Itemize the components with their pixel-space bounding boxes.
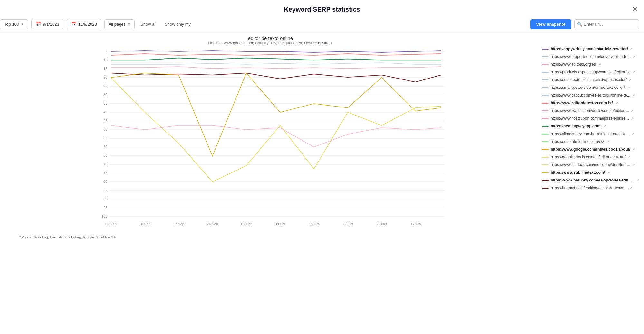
- legend-color-line: [542, 87, 549, 88]
- external-link-icon[interactable]: ↗: [632, 55, 635, 59]
- svg-text:100: 100: [101, 214, 107, 218]
- all-pages-dropdown[interactable]: All pages ▼: [104, 19, 135, 29]
- legend-item[interactable]: https://editorhtmlonline.com/es/↗: [541, 138, 641, 145]
- legend-item[interactable]: https://editortexto.onlinegratis.tv/proc…: [541, 76, 641, 84]
- legend-url-label: https://smallseotools.com/online-text-ed…: [551, 85, 625, 90]
- top-100-dropdown[interactable]: Top 100 ▼: [0, 19, 28, 29]
- external-link-icon[interactable]: ↗: [627, 86, 630, 90]
- legend-url-label: https://www.prepostseo.com/tool/es/onlin…: [551, 54, 630, 59]
- svg-text:75: 75: [103, 171, 107, 175]
- date-from-picker[interactable]: 📅 9/1/2023: [31, 19, 63, 29]
- legend-url-label: https://www.hostcupon.com/mejores-editor…: [551, 116, 629, 121]
- legend-url-label: https://products.aspose.app/words/es/edi…: [551, 70, 630, 74]
- legend-url-label: https://goonlinetools.com/es/editor-de-t…: [551, 155, 626, 159]
- svg-text:45: 45: [103, 119, 107, 123]
- legend-url-label: https://www.capcut.com/es-es/tools/onlin…: [551, 93, 630, 97]
- external-link-icon[interactable]: ↗: [632, 70, 635, 74]
- legend-url-label: https://www.google.com/intl/es/docs/abou…: [551, 147, 630, 152]
- chevron-down-icon-2: ▼: [127, 23, 130, 26]
- line-hemingway: [111, 58, 441, 60]
- legend-item[interactable]: https://goonlinetools.com/es/editor-de-t…: [541, 153, 641, 161]
- svg-text:20: 20: [103, 75, 107, 79]
- legend-item[interactable]: https://www.sublimetext.com/↗: [541, 169, 641, 176]
- external-link-icon[interactable]: ↗: [630, 186, 632, 190]
- legend-url-label: https://hemingwayapp.com/: [551, 124, 601, 128]
- legend-item[interactable]: https://www.prepostseo.com/tool/es/onlin…: [541, 53, 641, 60]
- external-link-icon[interactable]: ↗: [631, 109, 634, 113]
- toolbar-right: View snapshot 🔍: [530, 19, 639, 29]
- legend-url-label: https://vilmanunez.com/herramienta-crear…: [551, 132, 630, 136]
- legend-url-label: https://www.offidocs.com/index.php/deskt…: [551, 162, 630, 167]
- legend-item[interactable]: https://vilmanunez.com/herramienta-crear…: [541, 130, 641, 138]
- legend-item[interactable]: https://www.google.com/intl/es/docs/abou…: [541, 145, 641, 153]
- legend-item[interactable]: http://www.editordetextos.com.br/↗: [541, 99, 641, 107]
- modal-title: Keyword SERP statistics: [284, 6, 360, 13]
- calendar-icon: 📅: [35, 22, 41, 27]
- svg-text:35: 35: [103, 101, 107, 105]
- external-link-icon[interactable]: ↗: [603, 124, 606, 128]
- chart-subtitle: Domain: www.google.com; Country: US; Lan…: [3, 41, 538, 45]
- external-link-icon[interactable]: ↗: [630, 47, 633, 51]
- external-link-icon[interactable]: ↗: [628, 155, 630, 159]
- legend-item[interactable]: https://www.twaino.com/outils/seo-sp/edi…: [541, 107, 641, 115]
- svg-text:22 Oct: 22 Oct: [342, 222, 353, 226]
- svg-text:05 Nov: 05 Nov: [410, 222, 421, 226]
- svg-text:15: 15: [103, 67, 107, 70]
- view-snapshot-button[interactable]: View snapshot: [530, 19, 571, 29]
- legend-url-label: https://copywritely.com/es/article-rewri…: [551, 47, 628, 51]
- legend-item[interactable]: https://copywritely.com/es/article-rewri…: [541, 45, 641, 53]
- svg-text:17 Sep: 17 Sep: [173, 222, 184, 226]
- legend-item[interactable]: https://www.offidocs.com/index.php/deskt…: [541, 161, 641, 169]
- external-link-icon[interactable]: ↗: [629, 78, 631, 82]
- x-axis: 03 Sep 10 Sep 17 Sep 24 Sep 01 Oct 08 Oc…: [105, 222, 421, 226]
- legend-item[interactable]: https://www.hostcupon.com/mejores-editor…: [541, 115, 641, 122]
- url-search-wrapper: 🔍: [574, 19, 639, 29]
- legend-item[interactable]: https://hotmart.com/es/blog/editor-de-te…: [541, 184, 641, 192]
- legend-item[interactable]: https://www.befunky.com/es/opciones/edit…: [541, 176, 641, 184]
- external-link-icon[interactable]: ↗: [632, 163, 635, 167]
- legend-url-label: https://www.twaino.com/outils/seo-sp/edi…: [551, 108, 629, 113]
- show-all-button[interactable]: Show all: [138, 20, 159, 29]
- legend-color-line: [542, 141, 549, 142]
- svg-text:30: 30: [103, 93, 107, 97]
- external-link-icon[interactable]: ↗: [598, 62, 601, 67]
- external-link-icon[interactable]: ↗: [631, 116, 634, 121]
- legend-item[interactable]: https://www.capcut.com/es-es/tools/onlin…: [541, 91, 641, 99]
- url-search-input[interactable]: [574, 19, 639, 29]
- svg-text:95: 95: [103, 206, 107, 209]
- external-link-icon[interactable]: ↗: [632, 147, 635, 152]
- svg-text:55: 55: [103, 136, 107, 140]
- chart-container: editor de texto online Domain: www.googl…: [0, 35, 541, 239]
- external-link-icon[interactable]: ↗: [607, 171, 610, 175]
- close-button[interactable]: ✕: [632, 6, 638, 12]
- show-only-my-button[interactable]: Show only my: [162, 20, 193, 29]
- serp-chart: 5 10 15 20 25 30 35 40: [3, 47, 538, 233]
- svg-text:85: 85: [103, 188, 107, 192]
- svg-text:15 Oct: 15 Oct: [309, 222, 319, 226]
- svg-text:50: 50: [103, 127, 107, 131]
- line-twaino: [111, 67, 441, 69]
- legend-color-line: [542, 126, 549, 127]
- svg-text:08 Oct: 08 Oct: [275, 222, 285, 226]
- modal-header: Keyword SERP statistics ✕: [0, 0, 644, 16]
- legend-color-line: [542, 149, 549, 150]
- external-link-icon[interactable]: ↗: [606, 140, 609, 144]
- legend-item[interactable]: https://products.aspose.app/words/es/edi…: [541, 68, 641, 76]
- line-editordetextos: [111, 54, 441, 55]
- svg-text:25: 25: [103, 84, 107, 88]
- legend-item[interactable]: https://www.editpad.org/es↗: [541, 60, 641, 68]
- legend-item[interactable]: https://hemingwayapp.com/↗: [541, 122, 641, 130]
- legend-url-label: https://editorhtmlonline.com/es/: [551, 139, 604, 144]
- legend-item[interactable]: https://smallseotools.com/online-text-ed…: [541, 84, 641, 91]
- external-link-icon[interactable]: ↗: [631, 132, 634, 136]
- svg-text:10 Sep: 10 Sep: [139, 222, 150, 226]
- legend-color-line: [542, 164, 549, 165]
- legend-color-line: [542, 157, 549, 158]
- external-link-icon[interactable]: ↗: [615, 101, 618, 105]
- date-to-picker[interactable]: 📅 11/9/2023: [67, 19, 101, 29]
- svg-text:03 Sep: 03 Sep: [105, 222, 117, 226]
- legend-panel: https://copywritely.com/es/article-rewri…: [541, 35, 644, 239]
- legend-color-line: [542, 103, 549, 104]
- external-link-icon[interactable]: ↗: [632, 93, 635, 97]
- external-link-icon[interactable]: ↗: [636, 178, 639, 182]
